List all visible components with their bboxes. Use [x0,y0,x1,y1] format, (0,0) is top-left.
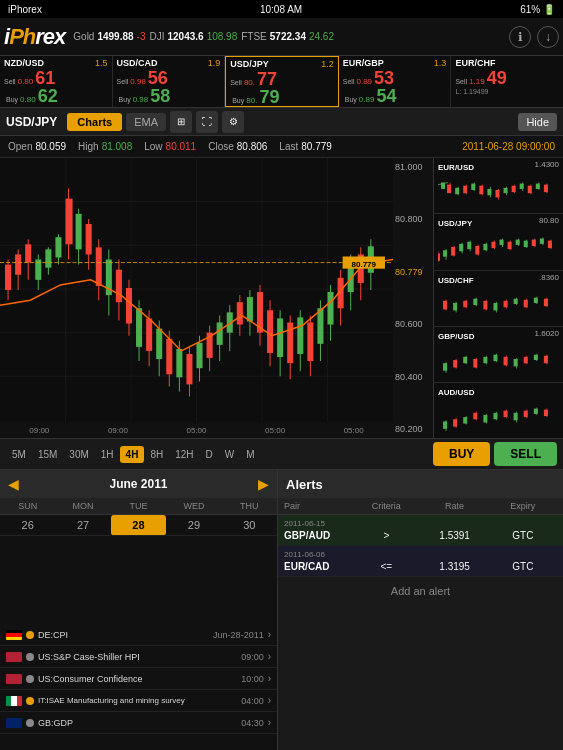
svg-rect-46 [176,349,182,377]
pair-nzdusd[interactable]: NZD/USD 1.5 Sell 0.80 61 Buy 0.80 62 L: … [0,56,113,107]
cal-day-30[interactable]: 30 [222,515,277,536]
flag-de [6,630,22,640]
close-value: 80.806 [237,141,268,152]
cal-day-29[interactable]: 29 [166,515,221,536]
pair-usdcad[interactable]: USD/CAD 1.9 Sell 0.98 56 Buy 0.98 58 L: … [113,56,226,107]
alert-date-1: 2011-06-15 [284,519,557,528]
dji-value: 12043.6 [167,31,203,42]
svg-rect-214 [534,409,538,414]
svg-rect-54 [217,322,223,344]
battery-label: 61% 🔋 [520,4,555,15]
buy-button[interactable]: BUY [433,442,490,466]
event-dot-gray-1 [26,653,34,661]
alerts-col-pair: Pair [284,501,352,511]
price-axis: 81.000 80.800 80.779 80.600 80.400 80.20… [393,158,433,438]
event-dot-orange [26,631,34,639]
cal-month: June 2011 [109,477,167,491]
pair-usdjpy[interactable]: USD/JPY 1.2 Sell 80. 77 Buy 80. 79 L: 0.… [225,56,339,107]
market-price-ftse: FTSE 5722.34 24.62 [241,31,334,42]
tf-8h[interactable]: 8H [144,446,169,463]
event-arrow-gbgdp: › [268,717,271,728]
tf-30m[interactable]: 30M [63,446,94,463]
info-icon[interactable]: ℹ [509,26,531,48]
event-item-uscc[interactable]: US:Consumer Confidence 10:00 › [0,668,277,690]
ftse-label: FTSE [241,31,267,42]
charts-tab-button[interactable]: Charts [67,113,122,131]
tf-1h[interactable]: 1H [95,446,120,463]
pair-name-usdjpy: USD/JPY [230,59,269,69]
tf-15m[interactable]: 15M [32,446,63,463]
cal-days-row: 26 27 28 29 30 [0,515,277,536]
event-time-ussap: 09:00 [241,652,264,662]
alert-item-2[interactable]: 2011-06-06 EUR/CAD <= 1.3195 GTC [278,546,563,577]
tf-d[interactable]: D [200,446,219,463]
header-icons: ℹ ↓ [509,26,559,48]
open-label: Open [8,141,32,152]
svg-rect-216 [544,410,548,416]
add-alert-button[interactable]: Add an alert [278,577,563,605]
event-item-decpi[interactable]: DE:CPI Jun-28-2011 › [0,624,277,646]
event-item-ussap[interactable]: US:S&P Case-Shiller HPI 09:00 › [0,646,277,668]
svg-rect-106 [504,188,508,193]
settings-icon[interactable]: ⚙ [222,111,244,133]
dji-change: 108.98 [207,31,238,42]
svg-rect-145 [540,239,544,244]
alert-rate-2: 1.3195 [421,561,489,572]
pair-name-usdcad: USD/CAD [117,58,158,68]
svg-rect-177 [463,357,467,363]
event-time-decpi: Jun-28-2011 [213,630,264,640]
svg-rect-212 [524,411,528,417]
cal-header-tue: TUE [111,498,166,514]
svg-rect-76 [328,292,334,324]
event-time-itisae: 04:00 [241,696,264,706]
pair-name-nzdusd: NZD/USD [4,58,44,68]
svg-rect-66 [277,318,283,357]
cal-day-27[interactable]: 27 [55,515,110,536]
hide-button[interactable]: Hide [518,113,557,131]
tf-5m[interactable]: 5M [6,446,32,463]
tf-m[interactable]: M [240,446,260,463]
chart-pair-label: USD/JPY [6,115,57,129]
pair-eurgbp[interactable]: EUR/GBP 1.3 Sell 0.89 53 Buy 0.89 54 L: … [339,56,452,107]
mini-chart-usdchf[interactable]: USD/CHF .8360 [434,271,563,327]
cal-day-26[interactable]: 26 [0,515,55,536]
event-item-gbgdp[interactable]: GB:GDP 04:30 › [0,712,277,734]
svg-rect-74 [317,308,323,344]
svg-rect-193 [544,356,548,363]
mini-chart-eurusd[interactable]: EUR/USD 1.4300 [434,158,563,214]
pair-eurchf[interactable]: EUR/CHF Sell 1.19 49 L: 1.19499 [451,56,563,107]
svg-rect-181 [483,357,487,363]
mini-chart-audusd[interactable]: AUD/USD [434,383,563,438]
mini-chart-gbpusd[interactable]: GBP/USD 1.6020 [434,327,563,383]
cal-day-28[interactable]: 28 [111,515,166,536]
alert-item-1[interactable]: 2011-06-15 GBP/AUD > 1.5391 GTC [278,515,563,546]
tf-12h[interactable]: 12H [169,446,199,463]
svg-rect-30 [96,247,102,286]
svg-rect-154 [463,300,467,306]
grid-icon[interactable]: ⊞ [170,111,192,133]
svg-rect-44 [166,339,172,375]
svg-rect-206 [493,413,497,419]
svg-rect-34 [116,270,122,302]
market-prices: Gold 1499.88 -3 DJI 12043.6 108.98 FTSE … [73,31,509,42]
cal-next[interactable]: ▶ [258,476,269,492]
low-value: 80.011 [166,141,197,152]
pair-ratio-usdcad: 1.9 [208,58,221,68]
event-name-uscc: US:Consumer Confidence [38,674,237,684]
mini-chart-usdjpy[interactable]: USD/JPY 80.80 [434,214,563,270]
svg-rect-102 [487,189,491,195]
event-arrow-uscc: › [268,673,271,684]
alert-pair-2: EUR/CAD [284,561,352,572]
tf-w[interactable]: W [219,446,240,463]
tf-4h[interactable]: 4H [120,446,145,463]
fullscreen-icon[interactable]: ⛶ [196,111,218,133]
cal-prev[interactable]: ◀ [8,476,19,492]
event-item-itisae[interactable]: IT:ISAE Manufacturing and mining survey … [0,690,277,712]
sell-button[interactable]: SELL [494,442,557,466]
alerts-section: Alerts Pair Criteria Rate Expiry 2011-06… [278,470,563,750]
main-chart-area[interactable]: 80.779 81.000 80.800 80.779 80.600 80.40… [0,158,433,438]
high-value: 81.008 [102,141,133,152]
svg-text:80.779: 80.779 [351,260,376,269]
download-icon[interactable]: ↓ [537,26,559,48]
ema-tab-button[interactable]: EMA [126,113,166,131]
